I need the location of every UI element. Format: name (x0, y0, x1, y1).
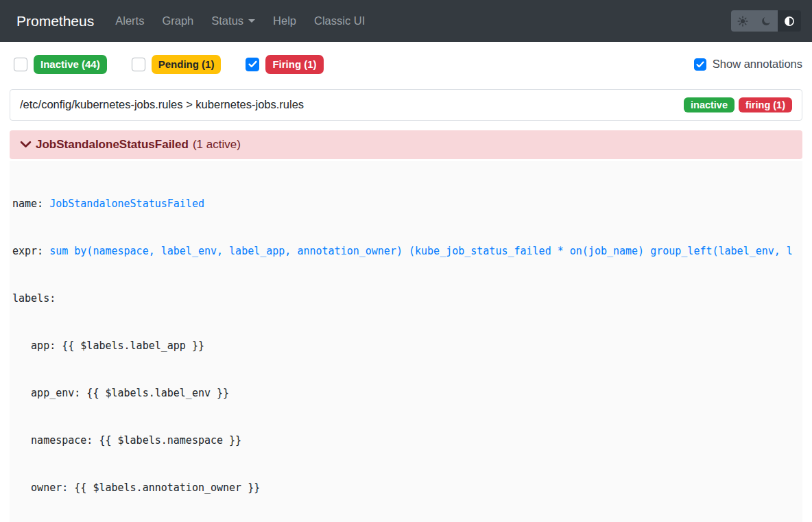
inactive-badge: Inactive (44) (34, 55, 107, 74)
light-theme-button[interactable] (731, 10, 754, 32)
rule-group-card: /etc/config/kubernetes-jobs.rules > kube… (10, 89, 802, 121)
rule-expr-line: expr: sum by(namespace, label_env, label… (12, 244, 802, 259)
dark-theme-button[interactable] (754, 10, 778, 32)
rule-expr-key: expr: (12, 245, 49, 257)
chevron-down-icon (19, 138, 32, 151)
show-annotations-toggle[interactable]: Show annotations (694, 58, 802, 71)
show-annotations-label: Show annotations (713, 58, 802, 71)
rule-definition-code: name: JobStandaloneStatusFailed expr: su… (10, 161, 802, 522)
inactive-checkbox[interactable] (14, 58, 27, 71)
nav-item-graph[interactable]: Graph (153, 14, 202, 27)
check-icon (248, 60, 257, 68)
navbar: Prometheus Alerts Graph Status Help Clas… (0, 0, 812, 42)
pending-checkbox[interactable] (132, 58, 145, 71)
rule-code-line: labels: (12, 291, 802, 307)
rule-definition-block: name: JobStandaloneStatusFailed expr: su… (10, 161, 802, 522)
pending-badge: Pending (1) (152, 55, 222, 74)
rule-name-key: name: (12, 198, 49, 210)
alert-name: JobStandaloneStatusFailed (36, 138, 189, 152)
check-icon (696, 61, 704, 68)
nav-item-status[interactable]: Status (202, 14, 264, 27)
firing-checkbox[interactable] (246, 58, 259, 71)
auto-theme-button[interactable] (778, 10, 801, 32)
rule-code-line: namespace: {{ $labels.namespace }} (12, 433, 802, 449)
rule-group-badges: inactive firing (1) (684, 97, 792, 112)
rule-code-line: app_env: {{ $labels.label_env }} (12, 385, 802, 401)
nav-item-status-label: Status (211, 14, 243, 27)
inactive-count-badge: inactive (684, 97, 735, 112)
firing-count-badge: firing (1) (739, 97, 792, 112)
nav-links: Alerts Graph Status Help Classic UI (106, 14, 374, 27)
rule-code-line: app: {{ $labels.label_app }} (12, 338, 802, 354)
filter-firing[interactable]: Firing (1) (246, 55, 323, 74)
nav-item-help[interactable]: Help (264, 14, 305, 27)
caret-down-icon (248, 19, 255, 23)
filter-pending[interactable]: Pending (1) (132, 55, 222, 74)
nav-item-alerts[interactable]: Alerts (106, 14, 153, 27)
brand-prometheus[interactable]: Prometheus (16, 13, 94, 29)
theme-toggle-group (731, 10, 801, 32)
alert-collapse-header[interactable]: JobStandaloneStatusFailed (1 active) (10, 130, 802, 159)
rule-name-line: name: JobStandaloneStatusFailed (12, 196, 802, 212)
rule-code-line: owner: {{ $labels.annotation_owner }} (12, 480, 802, 496)
filter-inactive[interactable]: Inactive (44) (14, 55, 107, 74)
filter-bar: Inactive (44) Pending (1) Firing (1) Sho… (0, 42, 812, 74)
sun-icon (737, 16, 748, 27)
rule-name-link[interactable]: JobStandaloneStatusFailed (49, 198, 204, 210)
nav-item-classic-ui[interactable]: Classic UI (305, 14, 374, 27)
alert-active-count: (1 active) (193, 138, 241, 152)
show-annotations-checkbox[interactable] (694, 58, 706, 71)
rule-expr-link[interactable]: sum by(namespace, label_env, label_app, … (49, 245, 793, 257)
circle-half-icon (784, 16, 795, 27)
firing-filter-badge: Firing (1) (265, 55, 323, 74)
moon-icon (761, 16, 772, 26)
rule-group-title: /etc/config/kubernetes-jobs.rules > kube… (20, 98, 304, 111)
